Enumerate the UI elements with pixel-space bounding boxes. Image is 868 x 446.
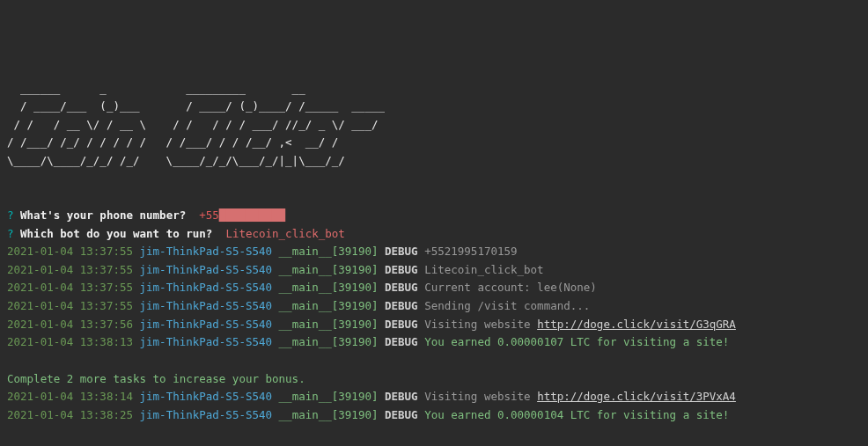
ascii-banner-line: / /___/ /_/ / / / / / / /___/ / / /__/ ,… xyxy=(7,135,338,149)
bot-prompt: Which bot do you want to run? xyxy=(20,227,212,240)
earned-message: You earned 0.00000107 LTC for visiting a… xyxy=(424,335,729,348)
log-line: 2021-01-04 13:37:55 jim-ThinkPad-S5-S540… xyxy=(7,281,597,294)
log-line: 2021-01-04 13:37:55 jim-ThinkPad-S5-S540… xyxy=(7,263,544,276)
bot-selection-value[interactable]: Litecoin_click_bot xyxy=(225,227,344,240)
phone-prompt: What's your phone number? xyxy=(20,208,186,222)
earned-message: You earned 0.00000104 LTC for visiting a… xyxy=(424,408,729,421)
terminal-output: ______ _ _________ __ / ____/___ (_)___ … xyxy=(7,80,861,447)
ascii-banner-line: \____/\____/_/_/ /_/ \____/_/_/\___/_/|_… xyxy=(7,154,345,167)
phone-input-value[interactable]: +55██████████ xyxy=(199,208,285,222)
log-line: 2021-01-04 13:38:14 jim-ThinkPad-S5-S540… xyxy=(7,390,736,403)
ascii-banner-line: ______ _ _________ __ xyxy=(7,82,305,95)
visit-link[interactable]: http://doge.click/visit/3PVxA4 xyxy=(537,390,736,403)
log-line: 2021-01-04 13:37:56 jim-ThinkPad-S5-S540… xyxy=(7,318,736,331)
bonus-message: Complete 2 more tasks to increase your b… xyxy=(7,372,305,385)
log-line: 2021-01-04 13:37:55 jim-ThinkPad-S5-S540… xyxy=(7,245,518,258)
log-line: 2021-01-04 13:37:55 jim-ThinkPad-S5-S540… xyxy=(7,299,590,312)
log-line: 2021-01-04 13:38:13 jim-ThinkPad-S5-S540… xyxy=(7,335,729,348)
prompt-marker-icon: ? xyxy=(7,227,14,240)
ascii-banner-line: / ____/___ (_)___ / ____/ (_)____/ /____… xyxy=(7,99,385,113)
prompt-marker-icon: ? xyxy=(7,208,14,222)
ascii-banner-line: / / / __ \/ / __ \ / / / / / ___/ //_/ _… xyxy=(7,118,378,131)
phone-redacted: ██████████ xyxy=(219,208,285,222)
visit-link[interactable]: http://doge.click/visit/G3qGRA xyxy=(537,318,736,331)
log-line: 2021-01-04 13:38:25 jim-ThinkPad-S5-S540… xyxy=(7,408,729,421)
